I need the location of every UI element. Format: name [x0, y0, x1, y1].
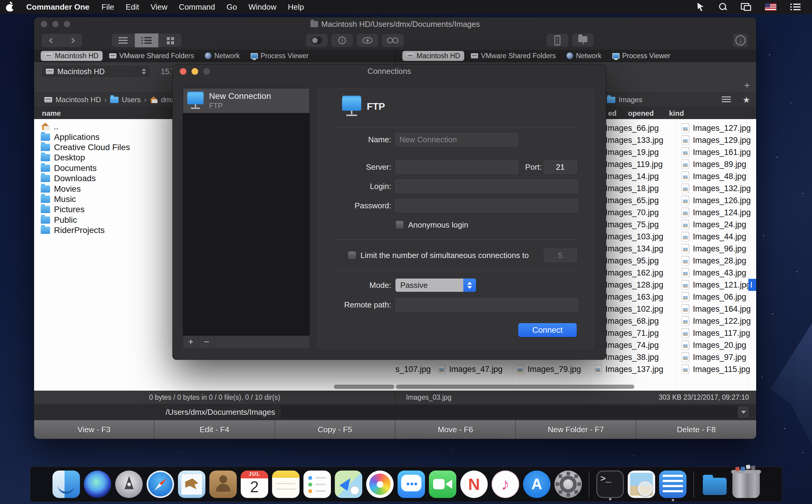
command-line-input[interactable] — [281, 406, 749, 418]
menu-item[interactable]: Edit — [120, 0, 145, 14]
menu-item[interactable]: Go — [221, 0, 243, 14]
name-input[interactable] — [396, 133, 518, 146]
breadcrumb-item[interactable]: Macintosh HD — [55, 96, 101, 104]
dock-notes[interactable] — [272, 471, 299, 498]
tab[interactable]: Macintosh HD — [41, 51, 103, 61]
remove-connection-button[interactable]: − — [199, 336, 214, 348]
file-row[interactable]: Images_127.jpg — [681, 122, 751, 134]
input-language-flag-icon[interactable] — [765, 3, 776, 11]
server-input[interactable] — [396, 161, 518, 173]
dock-siri[interactable] — [84, 471, 111, 498]
displays-icon[interactable] — [741, 3, 751, 11]
dock-commander-one[interactable] — [659, 471, 687, 498]
column-header-kind[interactable]: kind — [669, 109, 684, 118]
file-row[interactable]: Images_79.jpg — [516, 363, 581, 375]
info-button[interactable] — [331, 33, 353, 47]
toggle-panel-button[interactable] — [305, 33, 328, 47]
file-row[interactable]: Images_137.jpg — [594, 363, 663, 375]
close-button[interactable] — [180, 68, 186, 75]
downloads-queue-button[interactable]: ↓ — [733, 33, 748, 47]
dock-contacts[interactable] — [209, 471, 237, 498]
quick-look-button[interactable] — [356, 33, 378, 47]
search-files-button[interactable] — [381, 33, 404, 47]
dock-news[interactable]: N — [460, 471, 488, 498]
archive-button[interactable] — [546, 33, 569, 47]
function-button[interactable]: Copy - F5 — [275, 420, 395, 439]
file-row[interactable]: Images_48.jpg — [681, 170, 751, 182]
dock-reminders[interactable] — [303, 471, 331, 498]
file-row[interactable]: Images_96.jpg — [681, 243, 751, 255]
selected-file-cursor[interactable]: I — [748, 279, 756, 291]
menu-item[interactable]: View — [145, 0, 173, 14]
apple-menu[interactable] — [0, 0, 20, 14]
dock-calendar[interactable]: JUL 2 — [241, 471, 268, 498]
column-header-partial[interactable]: ed — [608, 109, 617, 118]
function-button[interactable]: New Folder - F7 — [516, 420, 636, 439]
port-input[interactable] — [544, 161, 577, 173]
zoom-button[interactable] — [64, 21, 70, 27]
login-input[interactable] — [396, 180, 578, 193]
file-row[interactable]: Images_20.jpg — [681, 339, 751, 351]
file-row[interactable]: Images_115.jpg — [681, 363, 751, 375]
minimize-button[interactable] — [191, 68, 198, 75]
drive-selector[interactable]: Macintosh HD — [41, 65, 150, 78]
file-row-partial[interactable]: s_107.jpg — [395, 363, 431, 375]
file-row[interactable]: Images_97.jpg — [681, 351, 751, 363]
tab[interactable]: Macintosh HD — [402, 51, 464, 61]
file-row[interactable]: Images_164.jpg — [681, 303, 751, 315]
dock-mail[interactable] — [178, 471, 205, 498]
file-row[interactable]: Images_47.jpg — [438, 363, 503, 375]
function-button[interactable]: Move - F6 — [395, 420, 516, 439]
file-row[interactable]: Images_117.jpg — [681, 327, 751, 339]
file-row[interactable]: Images_28.jpg — [681, 255, 751, 267]
dock-terminal[interactable]: >_ — [596, 471, 624, 498]
file-row[interactable]: Images_89.jpg — [681, 158, 751, 170]
add-connection-button[interactable]: + — [183, 336, 199, 348]
dock-downloads-folder[interactable] — [701, 471, 728, 498]
tab[interactable]: Process Viewer — [246, 51, 313, 61]
tab[interactable]: Network — [201, 51, 244, 61]
dock-preview[interactable] — [628, 471, 655, 498]
breadcrumb-item[interactable]: Images — [619, 96, 643, 104]
network-connect-button[interactable] — [572, 33, 594, 47]
dock-divider[interactable] — [589, 471, 589, 497]
file-row[interactable]: Images_122.jpg — [681, 315, 751, 327]
anonymous-login-checkbox[interactable] — [395, 221, 404, 229]
file-row[interactable]: Images_121.jpg — [681, 279, 751, 291]
dock-launchpad[interactable] — [115, 471, 143, 498]
notification-list-icon[interactable] — [790, 3, 801, 11]
mode-dropdown[interactable]: Passive — [395, 279, 476, 292]
function-button[interactable]: Edit - F4 — [154, 420, 275, 439]
dock-system-preferences[interactable] — [555, 471, 582, 498]
dock-maps[interactable] — [335, 471, 362, 498]
column-header-opened[interactable]: opened — [628, 109, 654, 118]
list-options-icon[interactable] — [722, 96, 731, 103]
dock-app-store[interactable]: A — [523, 471, 551, 498]
menu-item[interactable]: File — [96, 0, 120, 14]
file-row[interactable]: Images_129.jpg — [681, 134, 751, 146]
remote-path-input[interactable] — [396, 298, 578, 311]
column-header-name[interactable]: name — [42, 109, 61, 118]
dock-safari[interactable] — [147, 471, 174, 498]
tab[interactable]: VMware Shared Folders — [105, 51, 198, 61]
limit-connections-checkbox[interactable] — [348, 251, 356, 260]
connect-button[interactable]: Connect — [518, 323, 577, 337]
tab[interactable]: Network — [562, 51, 605, 61]
connection-list-item-selected[interactable]: New Connection FTP — [183, 88, 309, 113]
function-button[interactable]: Delete - F8 — [637, 420, 756, 439]
add-tab-button[interactable]: + — [738, 80, 752, 90]
view-grid-button[interactable] — [158, 33, 182, 47]
menu-item[interactable]: Window — [243, 0, 282, 14]
dock-facetime[interactable] — [429, 471, 457, 498]
tab[interactable]: Process Viewer — [608, 51, 675, 61]
menu-item[interactable]: Command — [173, 0, 221, 14]
path-dropdown-button[interactable] — [738, 406, 749, 418]
limit-input[interactable] — [544, 249, 577, 262]
horizontal-scrollbar-thumb[interactable] — [396, 385, 634, 389]
remote-pointer-icon[interactable] — [697, 3, 705, 11]
file-row[interactable]: Images_06.jpg — [681, 291, 751, 303]
spotlight-search-icon[interactable] — [719, 3, 727, 11]
file-row[interactable]: Images_132.jpg — [681, 182, 751, 194]
horizontal-scrollbar-thumb[interactable] — [334, 385, 394, 389]
dock-itunes[interactable]: ♪ — [492, 471, 519, 498]
